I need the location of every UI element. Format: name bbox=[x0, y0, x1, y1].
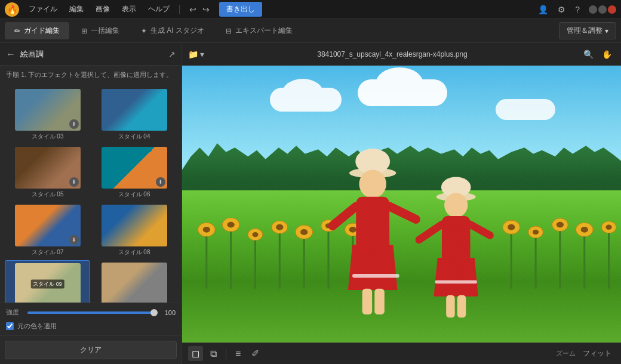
style-03-item[interactable]: ⬇ スタイル 03 bbox=[5, 87, 90, 143]
intensity-slider[interactable] bbox=[27, 311, 154, 314]
svg-rect-49 bbox=[441, 216, 470, 264]
style-04-thumbnail bbox=[102, 89, 167, 131]
content-header: 📁 ▾ 3841007_s_upscayl_4x_realesrgan-x4pl… bbox=[182, 43, 621, 66]
style-10-item[interactable]: スタイル 10 bbox=[91, 260, 177, 303]
split-view-button[interactable]: ⧉ bbox=[207, 347, 220, 361]
svg-marker-50 bbox=[434, 258, 478, 297]
svg-line-41 bbox=[333, 206, 356, 226]
svg-point-27 bbox=[276, 224, 283, 230]
style-05-item[interactable]: ⬇ スタイル 05 bbox=[5, 144, 90, 201]
intensity-value: 100 bbox=[159, 309, 176, 316]
style-06-thumbnail: ⬇ bbox=[102, 147, 167, 189]
cloud-3 bbox=[496, 99, 555, 120]
undo-redo-group: ↩ ↪ bbox=[187, 4, 212, 16]
menu-edit[interactable]: 編集 bbox=[64, 3, 88, 16]
slider-thumb bbox=[150, 309, 158, 316]
tab-expert-edit-label: エキスパート編集 bbox=[235, 26, 293, 36]
star-icon: ✦ bbox=[141, 27, 147, 35]
style-03-label: スタイル 03 bbox=[32, 132, 64, 141]
pencil-icon: ✏ bbox=[14, 27, 20, 35]
svg-point-38 bbox=[359, 170, 386, 198]
thumbnails-grid: ⬇ スタイル 03 スタイル 04 ⬇ スタイル 05 ⬇ スタイル 06 bbox=[0, 84, 182, 303]
single-view-button[interactable]: ◻ bbox=[188, 346, 203, 361]
style-07-item[interactable]: ⬇ スタイル 07 bbox=[5, 202, 90, 259]
intensity-row: 強度 100 bbox=[6, 308, 176, 317]
svg-line-42 bbox=[389, 206, 416, 220]
minimize-button[interactable] bbox=[589, 5, 597, 14]
style-09-item[interactable]: スタイル 09 スタイル 09 bbox=[5, 260, 90, 303]
view-icons: 🔍 ✋ bbox=[580, 48, 615, 60]
edit-button[interactable]: ✐ bbox=[248, 346, 263, 361]
style-03-thumbnail: ⬇ bbox=[15, 89, 81, 131]
svg-rect-45 bbox=[352, 274, 399, 277]
grid-icon: ⊞ bbox=[81, 27, 87, 35]
svg-rect-44 bbox=[374, 289, 385, 314]
style-08-thumbnail bbox=[102, 205, 167, 246]
left-panel: ← 絵画調 ↗ 手順 1. 下のエフェクトを選択して、画像に適用します。 ⬇ ス… bbox=[0, 43, 182, 364]
style-08-item[interactable]: スタイル 08 bbox=[91, 202, 177, 259]
tab-ai-studio-label: 生成 AI スタジオ bbox=[150, 26, 204, 36]
svg-point-35 bbox=[605, 224, 611, 229]
style-05-label: スタイル 05 bbox=[32, 190, 64, 199]
style-06-item[interactable]: ⬇ スタイル 06 bbox=[91, 144, 177, 201]
style-07-label: スタイル 07 bbox=[32, 248, 64, 257]
manage-adjust-button[interactable]: 管理＆調整 ▾ bbox=[559, 22, 616, 39]
title-bar: 🔥 ファイル 編集 画像 表示 ヘルプ ↩ ↪ 書き出し 👤 ⚙ ? bbox=[0, 0, 621, 19]
manage-label: 管理＆調整 bbox=[567, 26, 602, 36]
instruction-text: 手順 1. 下のエフェクトを選択して、画像に適用します。 bbox=[0, 66, 182, 84]
menu-file[interactable]: ファイル bbox=[24, 3, 62, 16]
clear-button[interactable]: クリア bbox=[5, 341, 177, 359]
export-button[interactable]: 書き出し bbox=[219, 2, 262, 17]
color-checkbox-label: 元の色を適用 bbox=[17, 322, 57, 331]
style-06-label: スタイル 06 bbox=[118, 190, 150, 199]
panel-title: 絵画調 bbox=[20, 49, 168, 60]
main-layout: ← 絵画調 ↗ 手順 1. 下のエフェクトを選択して、画像に適用します。 ⬇ ス… bbox=[0, 43, 621, 364]
style-07-thumbnail: ⬇ bbox=[15, 205, 81, 246]
tab-guide-edit[interactable]: ✏ ガイド編集 bbox=[5, 22, 69, 39]
compare-button[interactable]: ≡ bbox=[232, 347, 244, 361]
tab-expert-edit[interactable]: ⊟ エキスパート編集 bbox=[216, 22, 302, 39]
main-image bbox=[182, 66, 621, 343]
tab-guide-edit-label: ガイド編集 bbox=[24, 26, 60, 36]
svg-point-33 bbox=[557, 221, 564, 227]
redo-button[interactable]: ↪ bbox=[200, 4, 212, 16]
svg-point-32 bbox=[533, 230, 539, 235]
svg-point-26 bbox=[252, 232, 258, 237]
settings-gear-icon[interactable]: ⚙ bbox=[555, 4, 568, 16]
menu-help[interactable]: ヘルプ bbox=[143, 3, 174, 16]
style-04-label: スタイル 04 bbox=[118, 132, 150, 141]
svg-point-48 bbox=[444, 193, 468, 218]
svg-point-28 bbox=[300, 229, 308, 235]
maximize-button[interactable] bbox=[598, 5, 607, 14]
menu-bar: ファイル 編集 画像 表示 ヘルプ ↩ ↪ 書き出し bbox=[24, 2, 535, 17]
undo-button[interactable]: ↩ bbox=[187, 4, 199, 16]
app-logo: 🔥 bbox=[5, 2, 19, 17]
menu-divider bbox=[179, 5, 180, 14]
tab-batch-edit-label: 一括編集 bbox=[91, 26, 119, 36]
download-icon: ⬇ bbox=[69, 235, 79, 245]
panel-export-icon[interactable]: ↗ bbox=[168, 50, 176, 59]
style-09-thumbnail: スタイル 09 bbox=[15, 263, 81, 303]
panel-footer: クリア bbox=[0, 335, 182, 364]
hand-tool-button[interactable]: ✋ bbox=[599, 48, 615, 60]
menu-view[interactable]: 表示 bbox=[117, 3, 141, 16]
style-04-item[interactable]: スタイル 04 bbox=[91, 87, 177, 143]
svg-line-51 bbox=[419, 224, 441, 240]
figures-svg bbox=[314, 149, 512, 329]
menu-image[interactable]: 画像 bbox=[91, 3, 115, 16]
tab-ai-studio[interactable]: ✦ 生成 AI スタジオ bbox=[131, 22, 214, 39]
help-icon[interactable]: ? bbox=[572, 4, 583, 16]
back-button[interactable]: ← bbox=[6, 49, 16, 60]
close-button[interactable] bbox=[608, 5, 616, 14]
right-content: 📁 ▾ 3841007_s_upscayl_4x_realesrgan-x4pl… bbox=[182, 43, 621, 364]
fit-button[interactable]: フィット bbox=[579, 347, 615, 360]
color-checkbox[interactable] bbox=[6, 322, 14, 330]
account-icon[interactable]: 👤 bbox=[535, 4, 551, 16]
title-bar-right: 👤 ⚙ ? bbox=[535, 4, 616, 16]
folder-button[interactable]: 📁 ▾ bbox=[188, 50, 204, 59]
panel-header: ← 絵画調 ↗ bbox=[0, 43, 182, 66]
search-button[interactable]: 🔍 bbox=[580, 48, 597, 60]
file-name: 3841007_s_upscayl_4x_realesrgan-x4plus.p… bbox=[209, 50, 576, 58]
window-controls bbox=[589, 5, 616, 14]
tab-batch-edit[interactable]: ⊞ 一括編集 bbox=[72, 22, 129, 39]
